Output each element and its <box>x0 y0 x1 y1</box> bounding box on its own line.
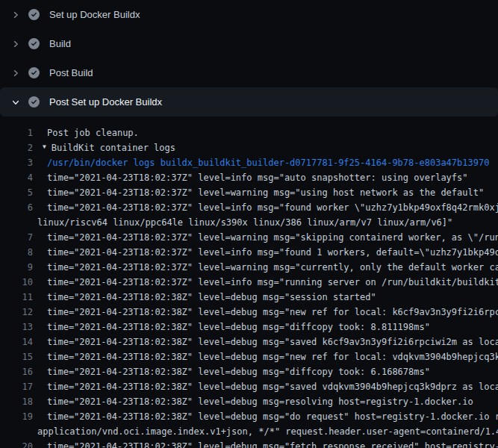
log-line: 10time="2021-04-23T18:02:37Z" level=info… <box>0 275 498 290</box>
log-text: time="2021-04-23T18:02:37Z" level=info m… <box>33 245 498 260</box>
log-text: Post job cleanup. <box>33 125 139 140</box>
step-header-post-build[interactable]: Post Build <box>0 58 498 87</box>
line-number[interactable]: 20 <box>0 439 33 448</box>
line-number[interactable]: 7 <box>0 230 33 245</box>
log-text: time="2021-04-23T18:02:38Z" level=debug … <box>33 394 473 409</box>
line-number[interactable]: 11 <box>0 290 33 305</box>
log-line: 12time="2021-04-23T18:02:38Z" level=debu… <box>0 305 498 320</box>
line-number[interactable]: 16 <box>0 364 33 379</box>
log-text: time="2021-04-23T18:02:38Z" level=debug … <box>33 290 376 305</box>
log-line: 5time="2021-04-23T18:02:37Z" level=warni… <box>0 185 498 200</box>
line-number[interactable]: 12 <box>0 305 33 320</box>
log-line: 6time="2021-04-23T18:02:37Z" level=info … <box>0 200 498 215</box>
log-line: 4time="2021-04-23T18:02:37Z" level=info … <box>0 170 498 185</box>
line-number[interactable]: 3 <box>0 155 33 170</box>
log-line: 16time="2021-04-23T18:02:38Z" level=debu… <box>0 364 498 379</box>
log-line: 3/usr/bin/docker logs buildx_buildkit_bu… <box>0 155 498 170</box>
step-label: Post Set up Docker Buildx <box>49 96 162 108</box>
line-number[interactable]: 2 <box>0 140 33 155</box>
log-text: time="2021-04-23T18:02:37Z" level=info m… <box>33 200 498 215</box>
log-text: time="2021-04-23T18:02:38Z" level=debug … <box>33 379 498 394</box>
chevron-right-icon <box>10 67 22 79</box>
log-line: 2▼BuildKit container logs <box>0 140 498 155</box>
log-line: 17time="2021-04-23T18:02:38Z" level=debu… <box>0 379 498 394</box>
log-line: 19time="2021-04-23T18:02:38Z" level=debu… <box>0 409 498 424</box>
log-text: time="2021-04-23T18:02:38Z" level=debug … <box>33 349 498 364</box>
log-text: time="2021-04-23T18:02:37Z" level=info m… <box>33 170 468 185</box>
log-line: 13time="2021-04-23T18:02:38Z" level=debu… <box>0 320 498 335</box>
line-number[interactable]: 10 <box>0 275 33 290</box>
log-line: 14time="2021-04-23T18:02:38Z" level=debu… <box>0 335 498 349</box>
log-text: time="2021-04-23T18:02:37Z" level=warnin… <box>33 260 498 275</box>
log-line: 7time="2021-04-23T18:02:37Z" level=warni… <box>0 230 498 245</box>
check-circle-icon <box>28 96 40 108</box>
log-text: time="2021-04-23T18:02:38Z" level=debug … <box>33 320 430 335</box>
step-label: Build <box>49 38 71 49</box>
log-line: 9time="2021-04-23T18:02:37Z" level=warni… <box>0 260 498 275</box>
log-line: application/vnd.oci.image.index.v1+json,… <box>0 424 498 439</box>
check-circle-icon <box>28 67 40 78</box>
line-number[interactable]: 14 <box>0 335 33 349</box>
chevron-down-icon <box>10 96 22 108</box>
log-line: linux/riscv64 linux/ppc64le linux/s390x … <box>0 215 498 230</box>
log-text: time="2021-04-23T18:02:37Z" level=info m… <box>33 275 498 290</box>
line-number[interactable]: 15 <box>0 349 33 364</box>
log-text: application/vnd.oci.image.index.v1+json,… <box>33 424 498 439</box>
log-line: 15time="2021-04-23T18:02:38Z" level=debu… <box>0 349 498 364</box>
log-line: 20time="2021-04-23T18:02:38Z" level=debu… <box>0 439 498 448</box>
log-line: 11time="2021-04-23T18:02:38Z" level=debu… <box>0 290 498 305</box>
steps-list: Set up Docker Buildx Build Post Build Po… <box>0 0 498 116</box>
log-text: time="2021-04-23T18:02:38Z" level=debug … <box>33 409 498 424</box>
step-label: Set up Docker Buildx <box>49 9 140 20</box>
check-circle-icon <box>28 38 40 49</box>
step-header-set-up-docker-buildx[interactable]: Set up Docker Buildx <box>0 0 498 29</box>
log-text: time="2021-04-23T18:02:38Z" level=debug … <box>33 439 498 448</box>
log-line: 8time="2021-04-23T18:02:37Z" level=info … <box>0 245 498 260</box>
log-group-toggle-icon[interactable]: ▼ <box>43 140 46 155</box>
line-number <box>0 215 33 230</box>
step-header-build[interactable]: Build <box>0 29 498 58</box>
line-number[interactable]: 17 <box>0 379 33 394</box>
line-number[interactable]: 6 <box>0 200 33 215</box>
log-line: 18time="2021-04-23T18:02:38Z" level=debu… <box>0 394 498 409</box>
line-number[interactable]: 18 <box>0 394 33 409</box>
line-number[interactable]: 13 <box>0 320 33 335</box>
chevron-right-icon <box>10 38 22 50</box>
step-header-post-set-up-docker-buildx[interactable]: Post Set up Docker Buildx <box>0 87 498 116</box>
log-command-text: /usr/bin/docker logs buildx_buildkit_bui… <box>33 155 489 170</box>
log-line: 1Post job cleanup. <box>0 125 498 140</box>
chevron-right-icon <box>10 9 22 21</box>
log-text: linux/riscv64 linux/ppc64le linux/s390x … <box>33 215 452 230</box>
line-number <box>0 424 33 439</box>
log-group-label: BuildKit container logs <box>52 140 175 155</box>
step-label: Post Build <box>49 67 93 78</box>
log-text: time="2021-04-23T18:02:38Z" level=debug … <box>33 305 498 320</box>
line-number[interactable]: 9 <box>0 260 33 275</box>
log-output: 1Post job cleanup.2▼BuildKit container l… <box>0 116 498 448</box>
log-text: time="2021-04-23T18:02:38Z" level=debug … <box>33 335 498 349</box>
line-number[interactable]: 4 <box>0 170 33 185</box>
log-text: ▼BuildKit container logs <box>33 140 175 155</box>
line-number[interactable]: 19 <box>0 409 33 424</box>
check-circle-icon <box>28 9 40 20</box>
line-number[interactable]: 1 <box>0 125 33 140</box>
line-number[interactable]: 8 <box>0 245 33 260</box>
log-text: time="2021-04-23T18:02:37Z" level=warnin… <box>33 230 498 245</box>
line-number[interactable]: 5 <box>0 185 33 200</box>
log-text: time="2021-04-23T18:02:37Z" level=warnin… <box>33 185 484 200</box>
log-text: time="2021-04-23T18:02:38Z" level=debug … <box>33 364 430 379</box>
